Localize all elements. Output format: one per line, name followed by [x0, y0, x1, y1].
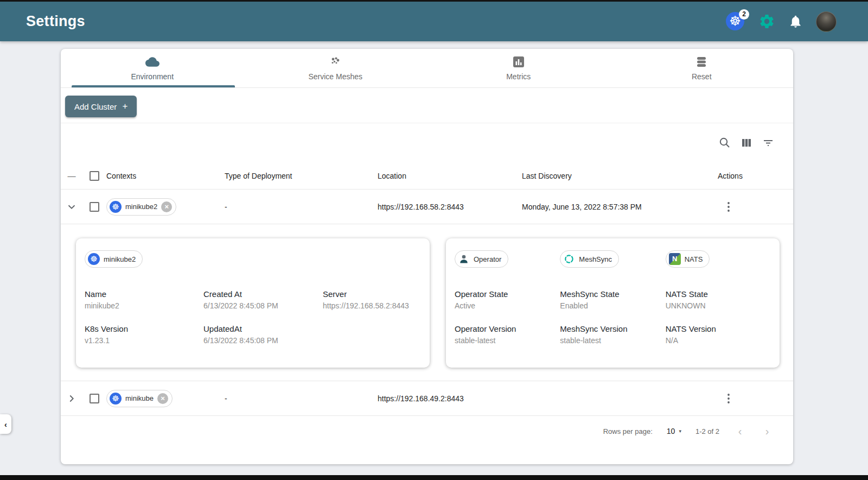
filter-icon[interactable] — [762, 136, 775, 149]
field-operator-state: Operator State Active — [455, 289, 560, 310]
field-created-at: Created At 6/13/2022 8:45:08 PM — [203, 289, 323, 310]
expanded-row-panel: ☸ minikube2 Name minikube2 Created At 6/… — [61, 224, 793, 381]
operator-chip: Operator — [455, 250, 508, 268]
tab-label: Metrics — [506, 72, 531, 81]
tab-environment[interactable]: Environment — [61, 49, 244, 87]
caret-down-icon: ▾ — [679, 428, 681, 434]
context-chip[interactable]: ☸ minikube × — [106, 390, 173, 407]
kubernetes-icon: ☸ — [88, 253, 100, 265]
collapse-all-icon[interactable]: — — [68, 171, 76, 180]
meshsync-chip: MeshSync — [560, 250, 619, 268]
context-count-badge: 2 — [739, 9, 749, 20]
settings-card: Environment Service Meshes Metrics Reset — [61, 49, 793, 464]
type-of-deployment-cell: - — [225, 394, 378, 403]
operator-chip-label: Operator — [474, 255, 501, 263]
context-chip-label: minikube2 — [125, 203, 157, 211]
cloud-icon — [145, 55, 159, 68]
meshsync-spinner-icon — [563, 253, 575, 265]
plus-icon: + — [122, 101, 127, 112]
row-actions-menu-icon[interactable] — [722, 201, 735, 213]
nats-chip: N NATS — [666, 250, 710, 268]
table-row: ☸ minikube2 × - https://192.168.58.2:844… — [61, 190, 793, 224]
add-cluster-label: Add Cluster — [74, 102, 117, 111]
table-row: ☸ minikube × - https://192.168.49.2:8443 — [61, 381, 793, 416]
header-actions: ☸ 2 — [726, 11, 868, 32]
pagination-range: 1-2 of 2 — [695, 427, 719, 435]
location-cell: https://192.168.49.2:8443 — [378, 394, 522, 403]
kubernetes-icon: ☸ — [110, 393, 122, 405]
app-header: Settings ☸ 2 — [0, 2, 868, 41]
column-header-type: Type of Deployment — [225, 172, 378, 180]
tab-reset[interactable]: Reset — [610, 49, 794, 87]
table-header-row: — Contexts Type of Deployment Location L… — [61, 162, 793, 190]
settings-gear-icon[interactable] — [758, 13, 775, 30]
tab-label: Service Meshes — [308, 72, 362, 81]
chip-delete-icon[interactable]: × — [157, 393, 168, 404]
select-all-checkbox[interactable] — [90, 171, 99, 181]
kubernetes-icon: ☸ — [110, 201, 122, 213]
row-checkbox[interactable] — [90, 394, 99, 403]
field-nats-version: NATS Version N/A — [666, 324, 771, 345]
row-checkbox[interactable] — [90, 202, 99, 212]
tab-label: Reset — [692, 72, 712, 81]
expand-row-button[interactable] — [61, 393, 82, 405]
rows-per-page-value: 10 — [667, 427, 675, 435]
row-actions-menu-icon[interactable] — [722, 393, 735, 405]
collapse-row-button[interactable] — [61, 201, 82, 213]
kubernetes-contexts-button[interactable]: ☸ 2 — [726, 12, 745, 31]
column-header-location: Location — [378, 172, 522, 180]
database-icon — [695, 55, 708, 68]
context-chip-label: minikube — [125, 394, 154, 402]
context-chip[interactable]: ☸ minikube2 × — [106, 198, 176, 216]
nats-logo-icon: N — [669, 253, 681, 265]
window-bottom-edge — [0, 475, 868, 480]
column-header-last-discovery: Last Discovery — [522, 172, 714, 180]
bar-chart-icon — [512, 55, 525, 68]
field-meshsync-version: MeshSync Version stable-latest — [560, 324, 665, 345]
cluster-chip-label: minikube2 — [104, 255, 136, 263]
nats-chip-label: NATS — [685, 255, 703, 263]
field-nats-state: NATS State UNKNOWN — [666, 289, 771, 310]
active-tab-indicator — [72, 85, 234, 87]
user-avatar[interactable] — [816, 11, 837, 32]
notifications-bell-icon[interactable] — [788, 14, 803, 29]
field-operator-version: Operator Version stable-latest — [455, 324, 560, 345]
field-meshsync-state: MeshSync State Enabled — [560, 289, 665, 310]
last-discovery-cell: Monday, June 13, 2022 8:57:38 PM — [522, 203, 714, 211]
location-cell: https://192.168.58.2:8443 — [378, 203, 522, 211]
type-of-deployment-cell: - — [225, 203, 378, 211]
field-updated-at: UpdatedAt 6/13/2022 8:45:08 PM — [203, 324, 323, 345]
table-toolbar — [61, 123, 793, 162]
field-name: Name minikube2 — [85, 289, 203, 310]
table-pagination: Rows per page: 10 ▾ 1-2 of 2 ‹ › — [61, 416, 793, 446]
tab-service-meshes[interactable]: Service Meshes — [244, 49, 427, 87]
cluster-detail-card: ☸ minikube2 Name minikube2 Created At 6/… — [76, 238, 430, 368]
add-cluster-button[interactable]: Add Cluster + — [65, 96, 137, 117]
sidebar-collapse-button[interactable]: ‹ — [0, 414, 11, 434]
field-k8s-version: K8s Version v1.23.1 — [85, 324, 203, 345]
previous-page-button[interactable]: ‹ — [733, 425, 746, 438]
cluster-chip: ☸ minikube2 — [85, 250, 143, 268]
tab-label: Environment — [131, 72, 174, 81]
settings-tabs: Environment Service Meshes Metrics Reset — [61, 49, 793, 88]
rows-per-page-label: Rows per page: — [603, 427, 653, 435]
window-top-edge — [0, 0, 868, 2]
service-mesh-icon — [329, 55, 342, 68]
column-header-actions: Actions — [714, 172, 793, 180]
rows-per-page-select[interactable]: 10 ▾ — [667, 427, 681, 435]
tab-metrics[interactable]: Metrics — [427, 49, 610, 87]
operator-person-icon — [458, 253, 470, 265]
next-page-button[interactable]: › — [761, 425, 774, 438]
page-title: Settings — [26, 13, 85, 30]
search-icon[interactable] — [718, 136, 731, 149]
view-columns-icon[interactable] — [740, 136, 753, 149]
operator-detail-card: Operator MeshSync N NATS — [446, 238, 780, 368]
add-cluster-row: Add Cluster + — [61, 88, 793, 123]
field-server: Server https://192.168.58.2:8443 — [323, 289, 421, 310]
column-header-contexts: Contexts — [106, 172, 225, 180]
chip-delete-icon[interactable]: × — [161, 201, 172, 212]
meshsync-chip-label: MeshSync — [579, 255, 612, 263]
